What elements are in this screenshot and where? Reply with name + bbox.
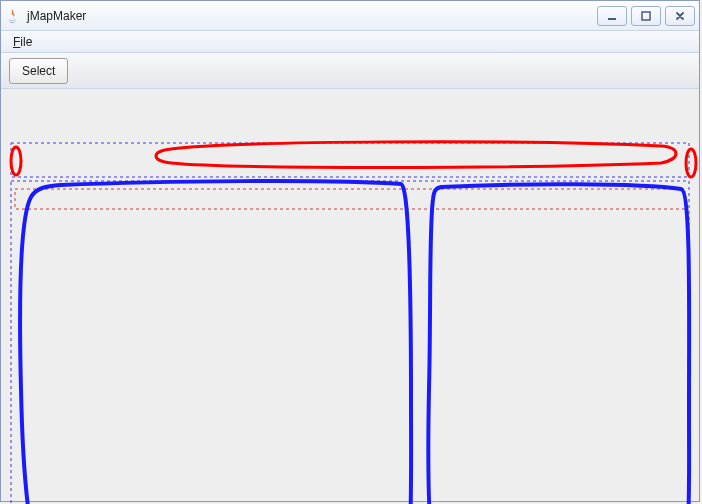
svg-rect-1 [642,12,650,20]
maximize-button[interactable] [631,6,661,26]
window-controls [597,6,695,26]
annotation-layer [1,89,701,504]
menu-file-rest: ile [20,35,32,49]
java-icon [5,8,21,24]
minimize-button[interactable] [597,6,627,26]
svg-point-6 [686,149,696,177]
window-title: jMapMaker [27,9,597,23]
select-button[interactable]: Select [9,58,68,84]
close-button[interactable] [665,6,695,26]
svg-point-5 [11,147,21,175]
menu-file[interactable]: File [7,33,38,51]
svg-rect-3 [11,181,689,504]
app-window: jMapMaker File Select [0,0,700,502]
svg-rect-4 [15,189,685,209]
svg-rect-2 [11,143,689,177]
content-area [1,89,699,501]
toolbar: Select [1,53,699,89]
titlebar: jMapMaker [1,1,699,31]
svg-rect-0 [608,18,616,20]
menubar: File [1,31,699,53]
